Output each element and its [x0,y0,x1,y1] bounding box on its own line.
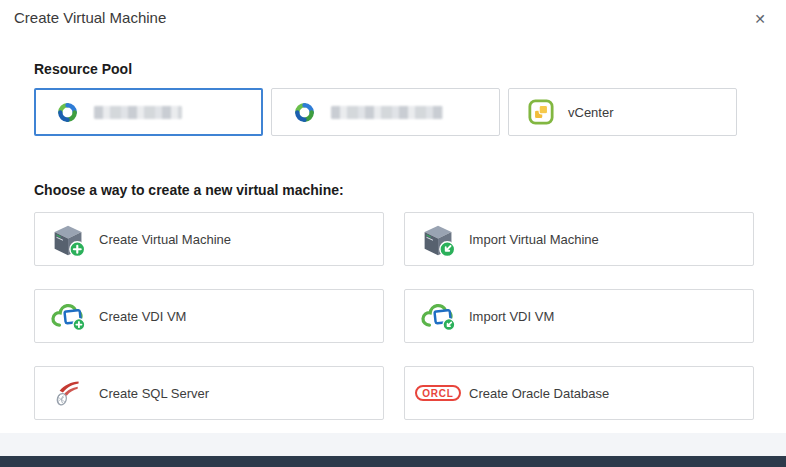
sql-server-icon [49,373,87,413]
server-add-icon [49,219,87,259]
cluster-icon [291,99,317,125]
option-label: Create Virtual Machine [99,232,231,247]
option-create-virtual-machine[interactable]: Create Virtual Machine [34,212,384,266]
option-import-virtual-machine[interactable]: Import Virtual Machine [404,212,754,266]
option-label: Create Oracle Database [469,386,609,401]
redacted-pool-name [94,106,182,119]
vdi-add-icon [49,296,87,336]
option-import-vdi-vm[interactable]: Import VDI VM [404,289,754,343]
option-create-vdi-vm[interactable]: Create VDI VM [34,289,384,343]
dialog-title: Create Virtual Machine [14,9,166,26]
close-button[interactable]: ✕ [748,7,772,31]
vdi-import-icon [419,296,457,336]
option-create-oracle-database[interactable]: ORCL Create Oracle Database [404,366,754,420]
cluster-icon [54,99,80,125]
create-vm-dialog: Create Virtual Machine ✕ Resource Pool [0,0,786,467]
option-create-sql-server[interactable]: Create SQL Server [34,366,384,420]
option-label: Import Virtual Machine [469,232,599,247]
redacted-pool-name [331,106,443,119]
footer-bar [0,456,786,467]
create-options-grid: Create Virtual Machine Import Virtual Ma… [34,212,754,420]
oracle-icon: ORCL [419,373,457,413]
vcenter-icon [528,99,554,125]
option-label: Create VDI VM [99,309,186,324]
resource-pool-item-2[interactable] [271,88,500,136]
server-import-icon [419,219,457,259]
resource-pool-item-1[interactable] [34,88,263,136]
dialog-titlebar: Create Virtual Machine ✕ [0,0,786,40]
option-label: Import VDI VM [469,309,554,324]
close-icon: ✕ [754,11,766,27]
resource-pool-list: vCenter [34,88,737,136]
resource-pool-heading: Resource Pool [34,61,132,77]
resource-pool-item-vcenter[interactable]: vCenter [508,88,737,136]
pool-item-label: vCenter [568,105,614,120]
oracle-orcl-text: ORCL [415,385,461,401]
option-label: Create SQL Server [99,386,209,401]
create-options-heading: Choose a way to create a new virtual mac… [34,182,344,198]
